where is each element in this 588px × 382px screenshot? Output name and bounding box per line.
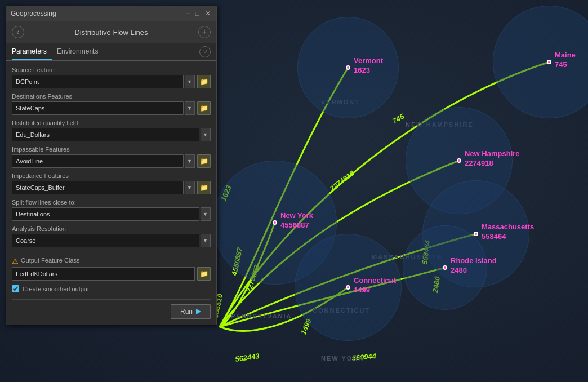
impedance-features-select[interactable]: StateCaps_Buffer bbox=[12, 181, 184, 194]
analysis-resolution-label: Analysis Resolution bbox=[12, 225, 211, 232]
impassable-features-folder[interactable]: 📁 bbox=[197, 154, 211, 168]
dest-dot-massachusetts bbox=[474, 232, 478, 236]
split-flow-select[interactable]: Destinations bbox=[12, 207, 199, 221]
panel-title: Geoprocessing bbox=[11, 10, 56, 17]
source-feature-group: Source Feature DCPoint ▼ 📁 bbox=[12, 66, 211, 88]
run-label: Run bbox=[180, 308, 193, 316]
help-button[interactable]: ? bbox=[199, 46, 211, 57]
output-feature-label: ⚠Output Feature Class bbox=[12, 257, 211, 265]
destinations-features-row: StateCaps ▼ 📁 bbox=[12, 101, 211, 115]
smoothed-output-checkbox[interactable] bbox=[12, 285, 19, 292]
destinations-features-arrow[interactable]: ▼ bbox=[185, 101, 195, 115]
output-feature-input[interactable] bbox=[12, 267, 195, 281]
source-feature-folder[interactable]: 📁 bbox=[197, 75, 211, 88]
source-feature-arrow[interactable]: ▼ bbox=[185, 75, 195, 88]
split-flow-group: Split flow lines close to: Destinations … bbox=[12, 199, 211, 221]
output-feature-group: ⚠Output Feature Class 📁 bbox=[12, 257, 211, 281]
back-button[interactable]: ‹ bbox=[12, 26, 24, 38]
back-icon: ‹ bbox=[16, 27, 19, 37]
split-flow-arrow[interactable]: ▼ bbox=[201, 207, 211, 221]
dest-dot-maine bbox=[547, 60, 551, 64]
tab-parameters[interactable]: Parameters bbox=[12, 43, 52, 60]
impedance-features-group: Impedance Features StateCaps_Buffer ▼ 📁 bbox=[12, 172, 211, 194]
source-feature-row: DCPoint ▼ 📁 bbox=[12, 75, 211, 88]
impedance-features-row: StateCaps_Buffer ▼ 📁 bbox=[12, 181, 211, 194]
panel-titlebar: Geoprocessing − □ ✕ bbox=[6, 6, 216, 21]
source-feature-select[interactable]: DCPoint bbox=[12, 75, 184, 88]
distributed-quantity-group: Distributed quantity field Edu_Dollars ▼ bbox=[12, 119, 211, 141]
restore-button[interactable]: □ bbox=[194, 10, 201, 17]
tab-environments[interactable]: Environments bbox=[57, 43, 104, 60]
dest-dot-rhode_island bbox=[443, 265, 447, 270]
split-flow-label: Split flow lines close to: bbox=[12, 199, 211, 206]
panel-body: Source Feature DCPoint ▼ 📁 Destinations … bbox=[6, 61, 216, 325]
impassable-features-arrow[interactable]: ▼ bbox=[185, 154, 195, 168]
analysis-resolution-row: Coarse ▼ bbox=[12, 234, 211, 247]
distributed-quantity-label: Distributed quantity field bbox=[12, 119, 211, 126]
impedance-features-folder[interactable]: 📁 bbox=[197, 181, 211, 194]
analysis-resolution-select[interactable]: Coarse bbox=[12, 234, 199, 247]
destinations-features-select[interactable]: StateCaps bbox=[12, 101, 184, 115]
source-feature-label: Source Feature bbox=[12, 66, 211, 73]
dest-dot-connecticut bbox=[346, 285, 350, 290]
impedance-features-label: Impedance Features bbox=[12, 172, 211, 179]
dest-dot-new_hampshire bbox=[457, 158, 461, 163]
panel-tabs: Parameters Environments ? bbox=[6, 43, 216, 61]
impedance-features-arrow[interactable]: ▼ bbox=[185, 181, 195, 194]
tool-title: Distributive Flow Lines bbox=[24, 28, 198, 37]
smoothed-output-row: Create smoothed output bbox=[12, 285, 211, 292]
run-button[interactable]: Run bbox=[171, 304, 211, 319]
analysis-resolution-group: Analysis Resolution Coarse ▼ bbox=[12, 225, 211, 247]
panel-title-controls: − □ ✕ bbox=[185, 10, 212, 17]
impassable-features-select[interactable]: AvoidLine bbox=[12, 154, 184, 168]
output-feature-folder[interactable]: 📁 bbox=[197, 267, 211, 281]
output-feature-row: 📁 bbox=[12, 267, 211, 281]
warning-icon: ⚠ bbox=[12, 257, 19, 265]
close-button[interactable]: ✕ bbox=[204, 10, 212, 17]
panel-header: ‹ Distributive Flow Lines + bbox=[6, 21, 216, 43]
dest-dot-new_york bbox=[273, 220, 277, 225]
smoothed-output-label: Create smoothed output bbox=[23, 286, 89, 292]
impassable-features-row: AvoidLine ▼ 📁 bbox=[12, 154, 211, 168]
destinations-features-label: Destinations Features bbox=[12, 93, 211, 100]
impassable-features-group: Impassable Features AvoidLine ▼ 📁 bbox=[12, 146, 211, 168]
dest-dot-vermont bbox=[346, 65, 350, 70]
play-icon bbox=[196, 309, 201, 314]
forward-button[interactable]: + bbox=[198, 26, 211, 38]
impassable-features-label: Impassable Features bbox=[12, 146, 211, 153]
forward-icon: + bbox=[202, 27, 207, 37]
destinations-features-group: Destinations Features StateCaps ▼ 📁 bbox=[12, 93, 211, 115]
destinations-features-folder[interactable]: 📁 bbox=[197, 101, 211, 115]
divider bbox=[12, 252, 211, 252]
analysis-resolution-arrow[interactable]: ▼ bbox=[201, 234, 211, 247]
distributed-quantity-select[interactable]: Edu_Dollars bbox=[12, 128, 199, 141]
distributed-quantity-row: Edu_Dollars ▼ bbox=[12, 128, 211, 141]
geoprocessing-panel: Geoprocessing − □ ✕ ‹ Distributive Flow … bbox=[6, 6, 217, 325]
minimize-button[interactable]: − bbox=[185, 10, 191, 17]
run-row: Run bbox=[12, 299, 211, 319]
distributed-quantity-arrow[interactable]: ▼ bbox=[201, 128, 211, 141]
split-flow-row: Destinations ▼ bbox=[12, 207, 211, 221]
